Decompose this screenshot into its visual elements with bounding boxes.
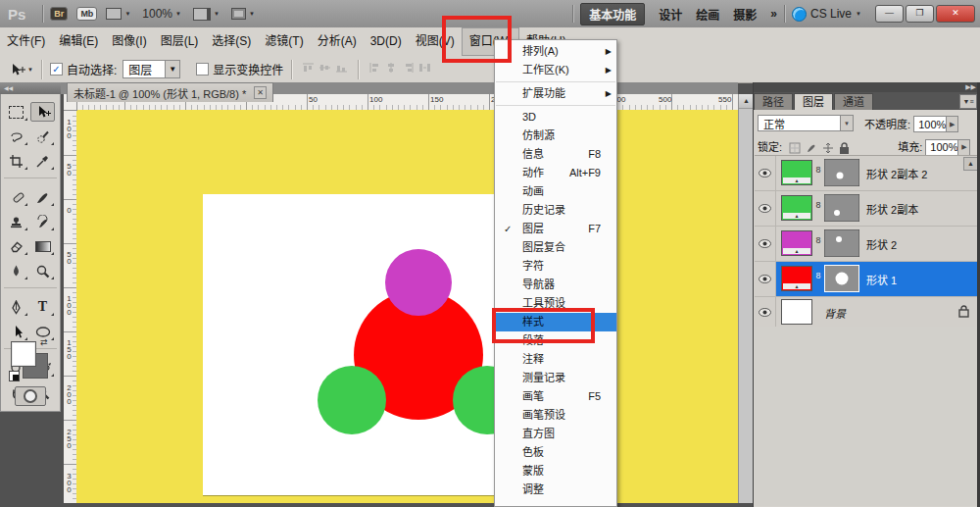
menu-item-styles[interactable]: 样式: [495, 313, 616, 331]
layer-name[interactable]: 形状 1: [866, 272, 897, 287]
align-top-edges-icon[interactable]: [302, 62, 315, 76]
vector-mask-thumbnail[interactable]: [824, 265, 859, 294]
menu-filter[interactable]: 滤镜(T): [258, 27, 310, 56]
type-tool[interactable]: T: [30, 297, 55, 317]
blend-mode-dropdown[interactable]: 正常 ▼: [758, 115, 854, 131]
layer-row-selected[interactable]: ▲ 8 形状 1: [755, 262, 979, 297]
magenta-circle[interactable]: [385, 249, 452, 316]
workspace-painting[interactable]: 绘画: [696, 6, 719, 23]
menu-item-actions[interactable]: 动作Alt+F9: [495, 164, 616, 182]
tool-preset-move[interactable]: ▼: [10, 63, 33, 76]
menu-item-navigator[interactable]: 导航器: [495, 276, 616, 294]
workspace-essentials[interactable]: 基本功能: [580, 3, 645, 25]
spinner-icon[interactable]: ▶: [957, 140, 969, 155]
menu-item-history[interactable]: 历史记录: [495, 201, 616, 220]
foreground-color-swatch[interactable]: [11, 341, 36, 367]
align-left-edges-icon[interactable]: [368, 62, 381, 76]
screen-mode-button[interactable]: ▼: [231, 8, 255, 20]
layer-row-background[interactable]: 背景: [755, 297, 979, 328]
layer-row[interactable]: ▲ 8 形状 2副本: [755, 191, 979, 227]
lock-transparency-icon[interactable]: [789, 142, 801, 154]
history-brush-tool[interactable]: [30, 212, 55, 231]
tab-paths[interactable]: 路径: [754, 93, 793, 110]
menu-item-workspace[interactable]: 工作区(K)▶: [495, 61, 616, 79]
quick-mask-button[interactable]: [15, 386, 46, 406]
menu-item-tool-presets[interactable]: 工具预设: [495, 294, 616, 313]
layer-color-thumbnail[interactable]: ▲: [781, 160, 812, 185]
workspace-overflow-icon[interactable]: »: [770, 7, 777, 21]
panel-menu-icon[interactable]: ▼≡: [959, 94, 977, 109]
gradient-tool[interactable]: [30, 236, 55, 256]
distribute-icon[interactable]: [418, 62, 431, 76]
pen-tool[interactable]: [4, 297, 28, 317]
restore-button[interactable]: ❐: [906, 5, 934, 23]
lock-pixels-icon[interactable]: [806, 142, 817, 154]
vector-mask-thumbnail[interactable]: [824, 229, 859, 259]
zoom-level-button[interactable]: 100% ▼: [142, 7, 181, 21]
layer-color-thumbnail[interactable]: ▲: [781, 266, 812, 291]
spot-healing-brush-tool[interactable]: [4, 187, 28, 207]
menu-item-paragraph[interactable]: 段落: [495, 331, 616, 350]
menu-item-info[interactable]: 信息F8: [495, 145, 616, 164]
tab-layers[interactable]: 图层: [794, 93, 833, 110]
close-tab-icon[interactable]: ✕: [254, 86, 267, 99]
visibility-toggle[interactable]: [755, 156, 776, 190]
arrange-documents-button[interactable]: ▼: [193, 8, 220, 21]
crop-tool[interactable]: [4, 151, 28, 171]
visibility-toggle[interactable]: [755, 227, 776, 261]
rectangular-marquee-tool[interactable]: [4, 102, 28, 122]
menu-item-notes[interactable]: 注释: [495, 350, 616, 369]
scroll-up-icon[interactable]: ▲: [739, 94, 754, 109]
align-horizontal-centers-icon[interactable]: [385, 62, 398, 76]
layer-row[interactable]: ▲ 8 形状 2: [755, 227, 979, 262]
layer-row[interactable]: ▲ 8 形状 2副本 2: [755, 156, 979, 191]
layer-color-thumbnail[interactable]: [781, 299, 812, 325]
close-button[interactable]: ✕: [936, 5, 975, 23]
align-right-edges-icon[interactable]: [402, 62, 415, 76]
mini-bridge-button[interactable]: Mb: [76, 7, 97, 21]
opacity-field[interactable]: 100% ▶: [913, 116, 958, 132]
blur-tool[interactable]: [4, 261, 28, 280]
align-vertical-centers-icon[interactable]: [318, 62, 331, 76]
layer-color-thumbnail[interactable]: ▲: [781, 195, 812, 221]
eyedropper-tool[interactable]: [30, 151, 55, 171]
vertical-scrollbar[interactable]: ▲: [738, 94, 754, 503]
layers-scroll-up[interactable]: ▲: [963, 157, 978, 171]
menu-item-adjustments[interactable]: 调整: [495, 481, 616, 499]
menu-item-clone-source[interactable]: 仿制源: [495, 127, 616, 145]
menu-edit[interactable]: 编辑(E): [52, 27, 105, 56]
menu-select[interactable]: 选择(S): [205, 27, 258, 56]
menu-item-brush[interactable]: 画笔F5: [495, 387, 616, 406]
auto-select-target-dropdown[interactable]: 图层 ▼: [122, 60, 180, 78]
brush-tool[interactable]: [30, 187, 55, 207]
menu-item-arrange[interactable]: 排列(A)▶: [495, 42, 616, 61]
menu-view[interactable]: 视图(V): [409, 27, 462, 56]
menu-item-masks[interactable]: 蒙版: [495, 462, 616, 481]
layer-name[interactable]: 背景: [824, 305, 846, 321]
vector-mask-thumbnail[interactable]: [824, 159, 859, 188]
layer-name[interactable]: 形状 2副本: [866, 201, 918, 217]
visibility-toggle[interactable]: [755, 297, 776, 327]
minimize-button[interactable]: —: [875, 5, 904, 23]
workspace-design[interactable]: 设计: [659, 6, 682, 23]
menu-item-measurement-log[interactable]: 测量记录: [495, 369, 616, 387]
lock-position-icon[interactable]: [822, 142, 834, 154]
vector-mask-thumbnail[interactable]: [824, 194, 859, 224]
cs-live-button[interactable]: CS Live ▼: [792, 7, 861, 22]
visibility-toggle[interactable]: [755, 262, 776, 296]
menu-image[interactable]: 图像(I): [105, 27, 153, 56]
menu-item-3d[interactable]: 3D: [495, 108, 616, 127]
show-transform-checkbox[interactable]: [196, 63, 209, 76]
workspace-photography[interactable]: 摄影: [733, 6, 757, 23]
panel-collapse-bar[interactable]: ▶▶: [754, 82, 980, 92]
auto-select-checkbox[interactable]: ✓: [50, 63, 63, 76]
menu-layer[interactable]: 图层(L): [154, 27, 206, 56]
menu-item-swatches[interactable]: 色板: [495, 443, 616, 462]
menu-item-extensions[interactable]: 扩展功能▶: [495, 84, 616, 103]
menu-3d[interactable]: 3D(D): [364, 27, 409, 56]
menu-item-layers[interactable]: ✓图层F7: [495, 220, 616, 238]
eraser-tool[interactable]: [4, 236, 28, 256]
menu-file[interactable]: 文件(F): [0, 27, 52, 56]
green-circle-left[interactable]: [318, 366, 386, 434]
layer-color-thumbnail[interactable]: ▲: [781, 230, 812, 256]
